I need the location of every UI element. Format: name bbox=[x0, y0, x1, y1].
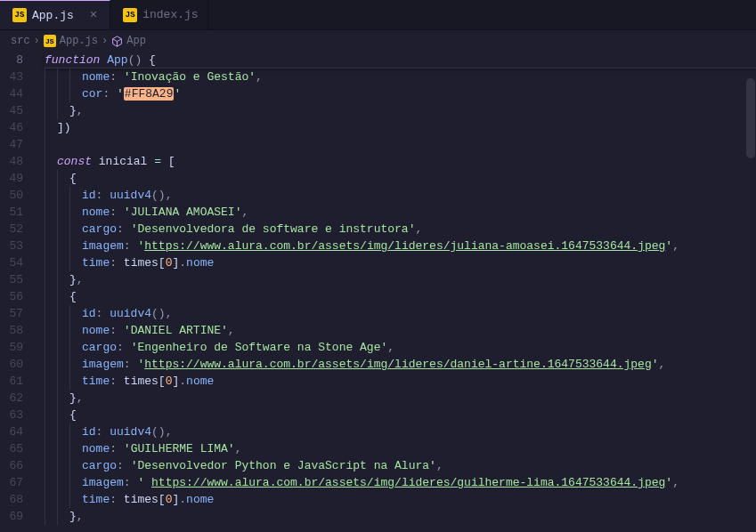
indent-guide bbox=[45, 407, 45, 423]
line-content: { bbox=[45, 172, 77, 185]
indent-guide bbox=[57, 457, 58, 474]
code-line[interactable]: imagem: 'https://www.alura.com.br/assets… bbox=[45, 356, 756, 373]
code-line[interactable]: }, bbox=[45, 271, 756, 288]
line-content: }, bbox=[45, 104, 84, 117]
vertical-scrollbar[interactable] bbox=[745, 52, 756, 532]
indent-guide bbox=[69, 204, 70, 221]
indent-guide bbox=[69, 440, 70, 457]
indent-guide bbox=[69, 187, 70, 204]
code-line[interactable]: time: times[0].nome bbox=[45, 254, 756, 271]
line-number: 54 bbox=[0, 254, 23, 271]
indent-guide bbox=[57, 491, 58, 508]
code-line[interactable]: imagem: ' https://www.alura.com.br/asset… bbox=[45, 474, 756, 491]
indent-guide bbox=[45, 457, 45, 474]
code-line[interactable]: }, bbox=[45, 102, 756, 119]
line-number: 65 bbox=[0, 440, 23, 457]
code-line[interactable]: id: uuidv4(), bbox=[45, 305, 756, 322]
line-number: 43 bbox=[0, 69, 23, 85]
code-line[interactable]: cargo: 'Desenvolvedor Python e JavaScrip… bbox=[45, 457, 756, 474]
line-content: { bbox=[45, 290, 77, 303]
line-content: nome: 'GUILHERME LIMA', bbox=[45, 442, 241, 455]
code-line[interactable]: cargo: 'Desenvolvedora de software e ins… bbox=[45, 221, 756, 238]
indent-guide bbox=[57, 85, 58, 102]
js-icon: JS bbox=[123, 8, 137, 22]
line-content: }, bbox=[45, 510, 84, 523]
code-area[interactable]: function App() {nome: 'Inovação e Gestão… bbox=[34, 52, 756, 532]
line-content: imagem: ' https://www.alura.com.br/asset… bbox=[45, 476, 679, 489]
line-number: 51 bbox=[0, 204, 23, 221]
line-number: 61 bbox=[0, 373, 23, 390]
code-line[interactable]: nome: 'Inovação e Gestão', bbox=[45, 69, 756, 85]
indent-guide bbox=[45, 119, 45, 136]
indent-guide bbox=[57, 170, 58, 187]
code-line[interactable]: cargo: 'Engenheiro de Software na Stone … bbox=[45, 339, 756, 356]
line-number: 64 bbox=[0, 423, 23, 440]
indent-guide bbox=[57, 254, 58, 271]
line-number: 50 bbox=[0, 187, 23, 204]
code-line[interactable]: }, bbox=[45, 508, 756, 525]
line-content: }, bbox=[45, 273, 84, 286]
breadcrumb-symbol[interactable]: App bbox=[111, 35, 146, 47]
code-line[interactable]: id: uuidv4(), bbox=[45, 423, 756, 440]
tab-label: index.js bbox=[142, 8, 198, 21]
breadcrumb: src › JS App.js › App bbox=[0, 30, 756, 52]
line-number: 58 bbox=[0, 322, 23, 339]
code-line[interactable]: time: times[0].nome bbox=[45, 373, 756, 390]
chevron-right-icon: › bbox=[34, 35, 40, 47]
code-line[interactable]: imagem: 'https://www.alura.com.br/assets… bbox=[45, 238, 756, 254]
indent-guide bbox=[45, 69, 45, 85]
code-line[interactable]: function App() { bbox=[45, 52, 756, 69]
indent-guide bbox=[69, 238, 70, 254]
tab-index-js[interactable]: JS index.js bbox=[110, 0, 207, 29]
code-line[interactable]: const inicial = [ bbox=[45, 153, 756, 170]
line-number: 46 bbox=[0, 119, 23, 136]
line-content: imagem: 'https://www.alura.com.br/assets… bbox=[45, 239, 679, 253]
line-number: 44 bbox=[0, 85, 23, 102]
code-line[interactable]: { bbox=[45, 288, 756, 305]
code-line[interactable]: nome: 'DANIEL ARTINE', bbox=[45, 322, 756, 339]
code-line[interactable]: id: uuidv4(), bbox=[45, 187, 756, 204]
line-content: id: uuidv4(), bbox=[45, 189, 172, 202]
breadcrumb-file[interactable]: JS App.js bbox=[44, 35, 98, 47]
line-number: 47 bbox=[0, 136, 23, 153]
line-number: 49 bbox=[0, 170, 23, 187]
breadcrumb-src[interactable]: src bbox=[11, 35, 30, 47]
close-icon[interactable]: × bbox=[86, 6, 101, 24]
line-content: nome: 'Inovação e Gestão', bbox=[45, 70, 263, 84]
js-icon: JS bbox=[44, 35, 56, 47]
line-number: 56 bbox=[0, 288, 23, 305]
editor[interactable]: 8434445464748495051525354555657585960616… bbox=[0, 52, 756, 532]
code-line[interactable]: nome: 'JULIANA AMOASEI', bbox=[45, 204, 756, 221]
indent-guide bbox=[57, 339, 58, 356]
code-line[interactable]: ]) bbox=[45, 119, 756, 136]
line-content: }, bbox=[45, 391, 84, 405]
indent-guide bbox=[57, 474, 58, 491]
indent-guide bbox=[69, 305, 70, 322]
code-line[interactable]: time: times[0].nome bbox=[45, 491, 756, 508]
indent-guide bbox=[57, 356, 58, 373]
code-line[interactable]: nome: 'GUILHERME LIMA', bbox=[45, 440, 756, 457]
line-content: cargo: 'Engenheiro de Software na Stone … bbox=[45, 341, 394, 354]
code-line[interactable]: }, bbox=[45, 390, 756, 407]
indent-guide bbox=[57, 238, 58, 254]
line-content: cor: '#FF8A29' bbox=[45, 87, 181, 101]
indent-guide bbox=[69, 474, 70, 491]
code-line[interactable]: { bbox=[45, 407, 756, 423]
line-content: imagem: 'https://www.alura.com.br/assets… bbox=[45, 358, 665, 371]
indent-guide bbox=[45, 221, 45, 238]
line-number: 45 bbox=[0, 102, 23, 119]
code-line[interactable] bbox=[45, 136, 756, 153]
line-content: id: uuidv4(), bbox=[45, 307, 172, 320]
scrollbar-thumb[interactable] bbox=[746, 78, 755, 158]
cube-icon bbox=[111, 36, 123, 47]
line-number: 55 bbox=[0, 271, 23, 288]
code-line[interactable]: { bbox=[45, 170, 756, 187]
tab-app-js[interactable]: JS App.js × bbox=[0, 0, 110, 29]
indent-guide bbox=[45, 187, 45, 204]
line-number: 53 bbox=[0, 238, 23, 254]
indent-guide bbox=[45, 305, 45, 322]
code-line[interactable]: cor: '#FF8A29' bbox=[45, 85, 756, 102]
breadcrumb-file-label: App.js bbox=[60, 35, 98, 47]
line-number: 52 bbox=[0, 221, 23, 238]
indent-guide bbox=[45, 204, 45, 221]
